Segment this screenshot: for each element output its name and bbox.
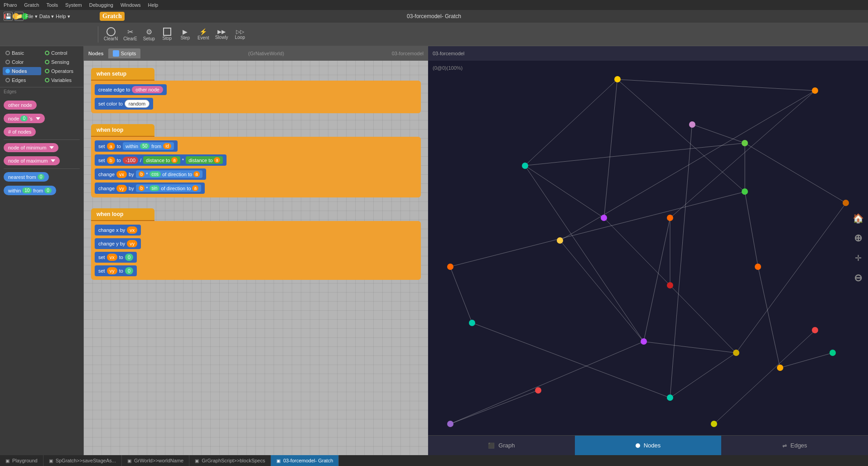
distance-a-block[interactable]: distance to a: [143, 156, 180, 164]
loop2-header[interactable]: when loop: [91, 208, 154, 221]
graph-node-9[interactable]: [447, 264, 453, 270]
nearest-from-item[interactable]: nearest from 0: [4, 172, 49, 182]
setup-header[interactable]: when setup: [91, 68, 154, 81]
vx-var2[interactable]: vx: [107, 254, 117, 261]
event-button[interactable]: ⚡ Event: [195, 26, 212, 42]
menu-debugging[interactable]: Debugging: [89, 2, 113, 8]
nav-control[interactable]: Control: [42, 49, 81, 57]
b-var[interactable]: b: [107, 157, 115, 164]
cos-block[interactable]: b * cos of direction to a: [136, 170, 203, 178]
graph-area[interactable]: (0@0)(100%) 🏠 ⊕ ✛ ⊖: [428, 61, 868, 435]
zoom-out-button[interactable]: ⊖: [852, 272, 864, 284]
nav-basic[interactable]: Basic: [3, 49, 41, 57]
nav-operators[interactable]: Operators: [42, 67, 81, 75]
create-edge-cmd[interactable]: create edge to other node: [95, 84, 167, 95]
graph-node-3[interactable]: [742, 140, 748, 146]
vx-var[interactable]: vx: [116, 171, 127, 178]
graph-node-20[interactable]: [812, 327, 818, 333]
nav-edges[interactable]: Edges: [3, 76, 41, 84]
other-node-val[interactable]: other node: [132, 86, 163, 93]
slowly-button[interactable]: ▶▶ Slowly: [213, 27, 230, 42]
zero-val1[interactable]: 0: [125, 254, 133, 261]
graph-node-1[interactable]: [812, 87, 818, 94]
home-button[interactable]: 🏠: [852, 212, 864, 225]
graph-node-12[interactable]: [469, 320, 475, 326]
set-color-cmd[interactable]: set color to random: [95, 98, 153, 110]
menu-gratch[interactable]: Gratch: [24, 2, 39, 8]
graph-node-17[interactable]: [667, 394, 673, 401]
nav-variables[interactable]: Variables: [42, 76, 81, 84]
menu-tools[interactable]: Tools: [46, 2, 58, 8]
playground-tab[interactable]: ▣ Playground: [0, 455, 43, 466]
open-icon[interactable]: 📁: [14, 12, 24, 21]
graph-node-19[interactable]: [447, 421, 453, 427]
setup-button[interactable]: ⚙ Setup: [141, 26, 157, 43]
graph-node-2[interactable]: [522, 163, 528, 169]
nav-sensing[interactable]: Sensing: [42, 58, 81, 66]
neg100-val[interactable]: -100: [123, 157, 138, 164]
grgraphscript-tab[interactable]: ▣ GrGraphScript>>blockSpecs: [189, 455, 271, 466]
graph-node-15[interactable]: [777, 365, 783, 371]
set-vx-cmd[interactable]: set vx to 0: [95, 252, 137, 263]
graph-node-14[interactable]: [733, 350, 739, 356]
graph-node-0[interactable]: [614, 76, 621, 82]
menu-pharo[interactable]: Pharo: [4, 2, 17, 8]
zoom-in-button[interactable]: ⊕: [852, 232, 864, 245]
vy-ref[interactable]: vy: [127, 240, 137, 247]
help-menu[interactable]: Help ▾: [56, 14, 70, 19]
menu-windows[interactable]: Windows: [121, 2, 141, 8]
vy-var[interactable]: vy: [116, 185, 127, 192]
graph-node-5[interactable]: [667, 215, 673, 221]
vy-var2[interactable]: vy: [107, 267, 117, 274]
graph-node-18[interactable]: [711, 421, 717, 427]
scripts-tab[interactable]: Scripts: [108, 48, 141, 58]
spgratch-tab[interactable]: ▣ SpGratch>>saveStageAs...: [43, 455, 122, 466]
num-nodes-item[interactable]: # of nodes: [4, 127, 36, 136]
vx-ref[interactable]: vx: [127, 226, 137, 234]
distance-a-block2[interactable]: distance to a: [186, 156, 223, 164]
graph-node-6[interactable]: [601, 215, 607, 221]
menu-system[interactable]: System: [65, 2, 82, 8]
sin-block[interactable]: b * sin of direction to a: [136, 184, 201, 192]
change-vy-cmd[interactable]: change vy by b * sin of direction to a: [95, 183, 205, 194]
change-vx-cmd[interactable]: change vx by b * cos of direction to a: [95, 168, 206, 180]
node-s-item[interactable]: node 0 's: [4, 114, 45, 123]
graph-node-13[interactable]: [641, 338, 647, 345]
change-x-cmd[interactable]: change x by vx: [95, 225, 141, 235]
clear-n-button[interactable]: ClearN: [102, 25, 120, 43]
node-max-item[interactable]: node of maximum: [4, 156, 60, 165]
clear-e-button[interactable]: ✂ ClearE: [121, 26, 139, 43]
forcemodel-tab[interactable]: ▣ 03-forcemodel- Gratch: [271, 455, 339, 466]
random-val[interactable]: random: [125, 100, 149, 108]
within-block[interactable]: within 50 from id: [123, 142, 174, 150]
nav-color[interactable]: Color: [3, 58, 41, 66]
graph-node-7[interactable]: [843, 200, 849, 206]
graph-node-16[interactable]: [535, 387, 541, 394]
within-from-item[interactable]: within 10 from 0: [4, 186, 56, 195]
graph-tab[interactable]: ⬛ Graph: [428, 436, 575, 455]
graph-node-8[interactable]: [557, 237, 563, 244]
loop-button[interactable]: ▷▷ Loop: [232, 27, 248, 42]
nav-nodes[interactable]: Nodes: [3, 67, 41, 75]
change-y-cmd[interactable]: change y by vy: [95, 238, 141, 249]
node-min-item[interactable]: node of minimum: [4, 143, 58, 152]
graph-node-21[interactable]: [829, 350, 836, 356]
menu-help[interactable]: Help: [148, 2, 159, 8]
step-button[interactable]: ▶ Step: [177, 26, 193, 42]
loop1-header[interactable]: when loop: [91, 124, 154, 137]
graph-node-11[interactable]: [755, 264, 761, 270]
graph-node-10[interactable]: [667, 282, 673, 288]
nodes-tab[interactable]: Nodes: [575, 436, 722, 455]
edges-tab[interactable]: ⇌ Edges: [721, 436, 868, 455]
save-icon[interactable]: 💾: [4, 12, 13, 21]
other-node-item[interactable]: other node: [4, 101, 37, 110]
zero-val2[interactable]: 0: [125, 267, 133, 274]
a-var[interactable]: a: [107, 143, 115, 150]
set-b-cmd[interactable]: set b to -100 / distance to a * dista: [95, 154, 227, 166]
grworld-tab[interactable]: ▣ GrWorld>>worldName: [122, 455, 189, 466]
stop-button[interactable]: Stop: [159, 26, 175, 43]
set-a-cmd[interactable]: set a to within 50 from id: [95, 140, 178, 152]
file-menu[interactable]: File ▾: [25, 14, 38, 19]
data-menu[interactable]: Data ▾: [39, 14, 54, 19]
set-vy-cmd[interactable]: set vy to 0: [95, 265, 137, 276]
